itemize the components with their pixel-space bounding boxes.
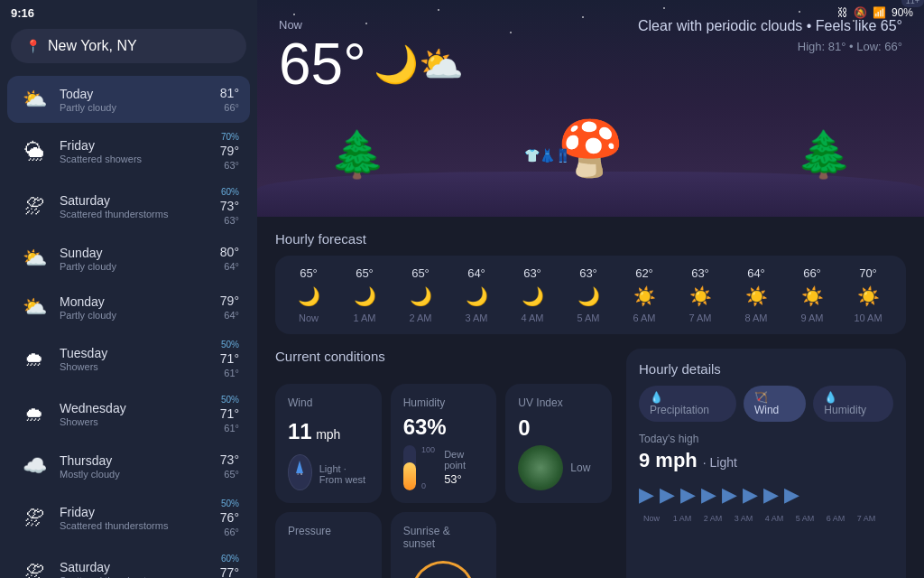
- hourly-item: 64° 🌙 3 AM: [450, 266, 503, 323]
- day-right: 79° 64°: [220, 294, 239, 321]
- day-precip: 60%: [221, 187, 239, 197]
- sunrise-arc: [411, 561, 475, 578]
- detail-tab-precipitation[interactable]: 💧 Precipitation: [639, 386, 736, 422]
- hourly-temp: 64°: [467, 266, 485, 280]
- hour-label: 1 AM: [670, 514, 695, 523]
- hour-label: Now: [639, 514, 664, 523]
- wind-speed: 11: [288, 419, 312, 443]
- location-bar[interactable]: 📍 New York, NY: [11, 29, 246, 63]
- uv-card-title: UV Index: [518, 396, 562, 409]
- day-desc: Partly cloudy: [60, 261, 211, 272]
- day-name: Today: [60, 87, 211, 101]
- day-item[interactable]: 🌦 Friday Scattered showers 70% 79° 63°: [7, 125, 250, 178]
- status-bar: 9:16 ⛓ 🔕 📶 90%: [0, 0, 924, 25]
- day-high: 73°: [220, 452, 239, 467]
- hourly-icon: ☀️: [633, 285, 656, 307]
- day-right: 81° 66°: [220, 86, 239, 113]
- day-list: ⛅ Today Partly cloudy 81° 66° 🌦 Friday S…: [0, 70, 257, 578]
- day-icon: ⛅: [18, 291, 51, 323]
- hourly-time: 10 AM: [854, 312, 882, 323]
- day-right: 50% 76° 66°: [220, 499, 239, 537]
- wind-card: Wind 11 mph N Lig: [275, 384, 382, 503]
- day-low: 66°: [224, 527, 239, 537]
- hourly-temp: 63°: [691, 266, 709, 280]
- day-icon: ⛅: [18, 83, 51, 116]
- day-item[interactable]: ⛅ Sunday Partly cloudy 80° 64°: [7, 235, 250, 282]
- day-info: Friday Scattered showers: [60, 138, 211, 164]
- tree-left: 🌲: [329, 128, 385, 181]
- day-high: 79°: [220, 294, 239, 308]
- day-name: Thursday: [60, 453, 211, 468]
- detail-high-label: Today's high: [639, 433, 893, 445]
- day-icon: ⛈: [18, 557, 51, 579]
- hourly-time: 5 AM: [577, 312, 599, 323]
- hourly-temp: 63°: [579, 266, 597, 280]
- day-low: 61°: [224, 368, 239, 378]
- wind-arrow-icon: ▶: [722, 483, 737, 507]
- day-item[interactable]: ⛅ Today Partly cloudy 81° 66°: [7, 76, 250, 123]
- hourly-item: 63° 🌙 4 AM: [506, 266, 559, 323]
- uv-card: UV Index 11+ 0 Low: [505, 384, 612, 503]
- app-container: 9:16 ⛓ 🔕 📶 90% 📍 New York, NY ⛅ Today Pa…: [0, 0, 924, 578]
- hourly-item: 74° ☀️ 11 AM: [898, 266, 906, 323]
- detail-tab-wind[interactable]: 🏹 Wind: [744, 386, 806, 422]
- hourly-item: 63° 🌙 5 AM: [562, 266, 614, 323]
- day-item[interactable]: ⛅ Monday Partly cloudy 79° 64°: [7, 284, 250, 331]
- tree-right: 🌲: [796, 128, 852, 181]
- cards-grid: Wind 11 mph N Lig: [275, 384, 612, 578]
- day-low: 65°: [224, 469, 239, 480]
- day-item[interactable]: ☁️ Thursday Mostly cloudy 73° 65°: [7, 443, 250, 489]
- wind-arrow-icon: ▶: [660, 483, 675, 507]
- hourly-temp: 65°: [411, 266, 430, 280]
- day-icon: ☁️: [18, 450, 51, 482]
- wind-arrow-icon: ▶: [680, 483, 696, 507]
- hourly-section: Hourly forecast 65° 🌙 Now 65° 🌙 1 AM 65°…: [275, 231, 906, 334]
- hero-section: Now 65° 🌙⛅ Clear with periodic clouds • …: [257, 0, 924, 217]
- wind-desc-container: Light · From west: [319, 460, 369, 485]
- day-info: Wednesday Showers: [60, 401, 211, 427]
- day-right: 73° 65°: [220, 452, 239, 480]
- conditions-title: Current conditions: [275, 349, 612, 364]
- day-item[interactable]: 🌧 Wednesday Showers 50% 71° 61°: [7, 387, 250, 441]
- day-desc: Scattered thunderstorms: [60, 520, 211, 531]
- hour-label: 3 AM: [731, 514, 756, 523]
- detail-high-row: 9 mph · Light: [639, 449, 893, 472]
- hourly-scroll[interactable]: 65° 🌙 Now 65° 🌙 1 AM 65° 🌙 2 AM 64° 🌙 3 …: [275, 256, 906, 334]
- conditions-column: Current conditions Wind 11 mph N: [275, 349, 612, 578]
- hourly-item: 64° ☀️ 8 AM: [730, 266, 782, 323]
- humidity-bar-container: 100 0 Dew point 53°: [403, 445, 485, 490]
- hour-label: 4 AM: [762, 514, 787, 523]
- wind-compass: N Light · From west: [288, 454, 369, 490]
- hero-high-low: High: 81° • Low: 66°: [638, 40, 902, 53]
- day-high: 77°: [220, 565, 239, 578]
- day-high: 71°: [220, 351, 239, 366]
- day-icon: ⛈: [18, 191, 51, 223]
- hourly-icon: ☀️: [801, 285, 824, 307]
- day-icon: 🌧: [18, 343, 51, 376]
- day-name: Wednesday: [60, 401, 211, 415]
- humidity-fill: [403, 462, 416, 491]
- sunrise-title: Sunrise & sunset: [403, 525, 485, 550]
- hourly-details-panel: Hourly details 💧 Precipitation🏹 Wind💧 Hu…: [626, 349, 906, 578]
- wind-arrow-icon: ▶: [784, 483, 799, 507]
- day-low: 64°: [224, 310, 239, 321]
- day-desc: Showers: [60, 361, 211, 372]
- hourly-icon: ☀️: [857, 285, 880, 307]
- day-precip: 60%: [221, 554, 239, 564]
- hourly-item: 70° ☀️ 10 AM: [842, 266, 894, 323]
- day-desc: Partly cloudy: [60, 310, 211, 321]
- humidity-value: 63%: [403, 415, 447, 439]
- day-item[interactable]: ⛈ Saturday Scattered thunderstorms 60% 7…: [7, 546, 250, 578]
- day-desc: Mostly cloudy: [60, 469, 211, 480]
- day-item[interactable]: 🌧 Tuesday Showers 50% 71° 61°: [7, 332, 250, 386]
- battery-icon: 90%: [892, 6, 913, 19]
- hourly-item: 65° 🌙 1 AM: [338, 266, 391, 323]
- hourly-temp: 63°: [523, 266, 541, 280]
- day-name: Friday: [60, 505, 211, 519]
- day-item[interactable]: ⛈ Friday Scattered thunderstorms 50% 76°…: [7, 491, 250, 545]
- hourly-item: 62° ☀️ 6 AM: [618, 266, 670, 323]
- detail-high-value: 9 mph: [639, 449, 698, 472]
- detail-tab-humidity[interactable]: 💧 Humidity: [813, 386, 893, 422]
- hourly-temp: 65°: [300, 266, 318, 280]
- day-item[interactable]: ⛈ Saturday Scattered thunderstorms 60% 7…: [7, 180, 250, 233]
